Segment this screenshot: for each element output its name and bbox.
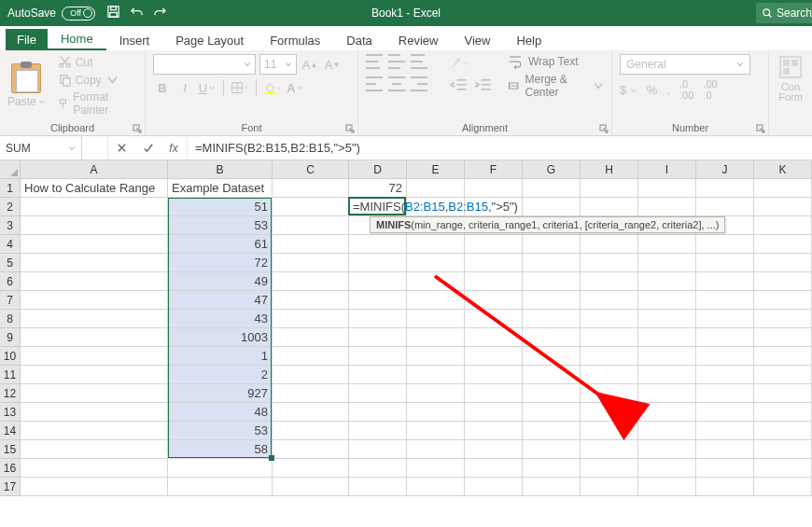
cell[interactable] <box>696 403 754 422</box>
cell[interactable] <box>465 403 523 422</box>
cell[interactable] <box>465 347 523 366</box>
cell[interactable] <box>407 478 465 496</box>
cell[interactable] <box>273 440 349 459</box>
cell[interactable] <box>21 422 168 440</box>
cell[interactable] <box>21 198 168 216</box>
cell[interactable] <box>638 235 696 254</box>
cell[interactable] <box>273 235 349 254</box>
row-header[interactable]: 12 <box>0 384 21 403</box>
cell[interactable] <box>523 179 581 198</box>
undo-icon[interactable] <box>130 5 144 21</box>
cell[interactable] <box>696 272 754 291</box>
cell[interactable] <box>407 272 465 291</box>
borders-button[interactable] <box>231 78 249 97</box>
decrease-indent-icon[interactable] <box>450 76 469 95</box>
cell[interactable] <box>407 440 465 459</box>
cell[interactable] <box>754 478 812 496</box>
cell[interactable] <box>754 347 812 366</box>
cell[interactable] <box>407 384 465 403</box>
dialog-launcher-icon[interactable] <box>345 122 355 132</box>
cell[interactable] <box>273 291 349 310</box>
save-icon[interactable] <box>106 5 120 21</box>
cell[interactable] <box>581 235 638 254</box>
cell[interactable] <box>349 291 407 310</box>
percent-format-button[interactable]: % <box>647 83 658 97</box>
cell[interactable]: 51 <box>168 198 273 216</box>
align-right-icon[interactable] <box>411 76 427 91</box>
cell[interactable] <box>523 366 581 384</box>
cell[interactable] <box>638 254 696 272</box>
cell[interactable] <box>349 254 407 272</box>
cell[interactable] <box>21 440 168 459</box>
cell[interactable]: 1 <box>168 347 273 366</box>
cell[interactable] <box>273 310 349 328</box>
cell[interactable] <box>273 384 349 403</box>
cell[interactable] <box>273 459 349 478</box>
italic-button[interactable]: I <box>175 78 194 97</box>
cell[interactable] <box>465 198 523 216</box>
column-header[interactable]: B <box>168 160 273 179</box>
align-bottom-icon[interactable] <box>411 54 427 69</box>
cell[interactable] <box>21 310 168 328</box>
dialog-launcher-icon[interactable] <box>756 122 765 132</box>
cell[interactable] <box>465 310 523 328</box>
cell[interactable] <box>638 347 696 366</box>
decrease-font-icon[interactable]: A▼ <box>323 55 342 74</box>
cell[interactable] <box>581 478 638 496</box>
column-header[interactable]: A <box>21 160 168 179</box>
cell[interactable] <box>523 254 581 272</box>
row-header[interactable]: 7 <box>0 291 21 310</box>
cell[interactable] <box>581 198 638 216</box>
selection-handle[interactable] <box>269 455 274 461</box>
cell[interactable] <box>273 272 349 291</box>
cell[interactable]: 927 <box>168 384 273 403</box>
cell[interactable] <box>523 347 581 366</box>
cell[interactable] <box>638 198 696 216</box>
cell[interactable]: 58 <box>168 440 273 459</box>
cell[interactable] <box>465 291 523 310</box>
dialog-launcher-icon[interactable] <box>599 122 609 132</box>
dialog-launcher-icon[interactable] <box>133 122 142 132</box>
align-middle-icon[interactable] <box>388 54 405 69</box>
conditional-formatting-icon[interactable] <box>777 54 804 80</box>
cell[interactable]: Example Dataset <box>168 179 273 198</box>
cell[interactable] <box>465 478 523 496</box>
copy-button[interactable]: Copy <box>55 72 137 88</box>
cell[interactable] <box>523 310 581 328</box>
cell[interactable] <box>696 478 754 496</box>
cell[interactable] <box>581 366 638 384</box>
cell[interactable] <box>407 422 465 440</box>
orientation-button[interactable] <box>450 54 469 73</box>
cell[interactable] <box>638 291 696 310</box>
cell[interactable] <box>21 459 168 478</box>
cell[interactable] <box>349 235 407 254</box>
cell[interactable] <box>581 216 638 235</box>
cell[interactable] <box>349 272 407 291</box>
row-header[interactable]: 2 <box>0 198 21 216</box>
font-family-select[interactable] <box>153 54 256 75</box>
cell[interactable] <box>754 198 812 216</box>
cell[interactable]: 53 <box>168 422 273 440</box>
row-header[interactable]: 16 <box>0 459 21 478</box>
cell[interactable] <box>465 422 523 440</box>
cell[interactable] <box>21 347 168 366</box>
cell[interactable] <box>21 235 168 254</box>
cancel-icon[interactable] <box>108 142 134 154</box>
column-header[interactable]: I <box>638 160 696 179</box>
cell[interactable] <box>638 384 696 403</box>
tab-data[interactable]: Data <box>333 30 385 50</box>
cell[interactable] <box>21 272 168 291</box>
cell[interactable] <box>523 478 581 496</box>
decrease-decimal-icon[interactable]: .00.0 <box>703 78 717 101</box>
cell[interactable] <box>638 403 696 422</box>
cell[interactable] <box>754 328 812 347</box>
cell[interactable] <box>465 328 523 347</box>
tab-home[interactable]: Home <box>48 28 106 50</box>
cell[interactable] <box>349 384 407 403</box>
cell[interactable] <box>523 384 581 403</box>
cell[interactable] <box>21 384 168 403</box>
cell[interactable] <box>407 179 465 198</box>
cell[interactable] <box>273 347 349 366</box>
cell[interactable] <box>407 366 465 384</box>
cell[interactable] <box>754 440 812 459</box>
